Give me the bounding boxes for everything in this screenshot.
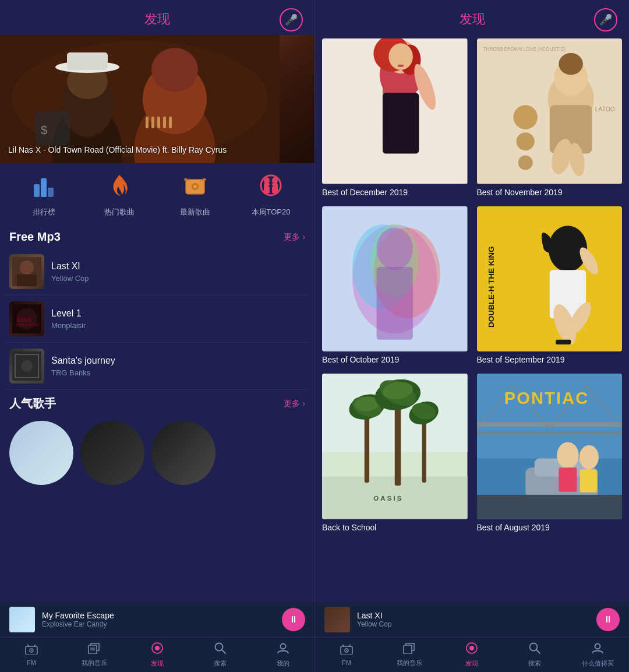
right-nav-item-fm[interactable]: FM (315, 644, 378, 666)
song-artist: TRG Banks (51, 368, 305, 377)
category-new[interactable]: 最新歌曲 (157, 174, 233, 217)
svg-rect-127 (404, 645, 412, 654)
album-cover-nov2019: THRONBEROWN LOVE (ACOUSTIC) LATOO (477, 38, 623, 184)
artist-avatar[interactable] (80, 421, 144, 485)
svg-point-69 (513, 105, 538, 129)
album-card-oct2019[interactable]: Best of October 2019 (322, 206, 468, 365)
right-now-playing: Last XI Yellow Cop ⏸ (315, 602, 629, 637)
discover-icon (151, 642, 164, 657)
categories-section: 排行榜 热门歌曲 最新歌曲 本周TOP20 (0, 163, 314, 224)
pause-icon: ⏸ (603, 614, 613, 625)
album-card-bts[interactable]: OASIS Back to School (322, 374, 468, 532)
nav-mymusic-label: 我的音乐 (82, 659, 107, 667)
popular-artists-section-header: 人气歌手 更多 › (0, 390, 314, 416)
category-hot[interactable]: 热门歌曲 (82, 174, 157, 217)
nav-item-profile[interactable]: 我的 (252, 642, 314, 668)
pause-icon: ⏸ (289, 614, 298, 625)
category-top20[interactable]: 本周TOP20 (233, 174, 309, 217)
song-artist: Monplaisir (51, 321, 305, 330)
song-thumbnail (9, 349, 44, 384)
category-hot-label: 热门歌曲 (104, 207, 135, 217)
right-header: 发现 🎤 (315, 0, 629, 35)
nav-search-label: 搜索 (214, 659, 227, 668)
svg-rect-14 (169, 117, 172, 128)
artist-avatar[interactable] (151, 421, 215, 485)
hero-title: Lil Nas X - Old Town Road (Official Movi… (8, 145, 306, 156)
svg-rect-82 (377, 266, 413, 339)
svg-line-52 (222, 650, 225, 653)
song-artist: Yellow Cop (51, 274, 305, 283)
album-card-sep2019[interactable]: DOUBLE-H THE KING (477, 206, 623, 365)
right-nav-item-mymusic[interactable]: 我的音乐 (378, 642, 441, 667)
right-page-title: 发现 (460, 10, 485, 28)
svg-point-118 (579, 445, 598, 470)
svg-rect-28 (264, 183, 270, 193)
left-mic-button[interactable]: 🎤 (280, 8, 303, 31)
artist-avatar[interactable] (9, 421, 73, 485)
svg-rect-119 (559, 467, 577, 492)
svg-line-131 (536, 650, 540, 653)
left-page-title: 发现 (144, 10, 170, 28)
nav-zhidamai-label: 什么值得买 (582, 659, 614, 668)
nav-item-search[interactable]: 搜索 (189, 642, 252, 668)
nav-discover-label: 发现 (151, 659, 164, 668)
left-bottom-nav: FM 我的音乐 发现 搜索 我的 (0, 637, 314, 672)
song-info: Level 1 Monplaisir (51, 308, 305, 330)
category-charts[interactable]: 排行榜 (6, 174, 82, 217)
svg-rect-33 (17, 275, 37, 286)
svg-point-67 (559, 53, 583, 75)
album-card-dec2019[interactable]: Best of December 2019 (322, 38, 468, 197)
hot-icon (109, 174, 130, 202)
album-card-aug2019[interactable]: PONTIAC Best of August 2019 (477, 374, 623, 532)
svg-rect-12 (157, 117, 160, 128)
svg-rect-89 (556, 339, 571, 344)
search-icon (528, 642, 541, 657)
now-playing-thumbnail-right (324, 607, 350, 632)
popular-artists-more[interactable]: 更多 › (284, 399, 305, 409)
nav-item-discover[interactable]: 发现 (126, 642, 189, 668)
song-thumbnail: SOUSTENSIDNS (9, 301, 44, 336)
charts-icon (31, 174, 56, 202)
right-play-pause-button[interactable]: ⏸ (596, 608, 620, 631)
song-name: Last XI (51, 261, 305, 272)
right-panel: 发现 🎤 (314, 0, 629, 672)
free-mp3-more[interactable]: 更多 › (284, 232, 305, 242)
svg-rect-120 (579, 469, 596, 492)
new-icon (183, 174, 207, 202)
nav-item-mymusic[interactable]: 我的音乐 (63, 642, 126, 667)
search-icon (214, 642, 227, 657)
now-playing-artist-right: Yellow Cop (357, 620, 589, 628)
svg-point-81 (377, 227, 413, 270)
svg-rect-107 (477, 374, 623, 459)
song-info: Last XI Yellow Cop (51, 261, 305, 283)
nav-item-fm[interactable]: FM (0, 644, 63, 666)
song-name: Santa's journey (51, 356, 305, 366)
right-nav-item-zhidamai[interactable]: 什么值得买 (566, 642, 629, 668)
category-top20-label: 本周TOP20 (252, 207, 291, 217)
song-item[interactable]: SOUSTENSIDNS Level 1 Monplaisir (6, 295, 309, 343)
hero-banner[interactable]: $ Lil Nas X - Old Town Road (Official Mo… (0, 35, 314, 163)
right-nav-item-discover[interactable]: 发现 (441, 642, 504, 668)
svg-rect-121 (477, 495, 623, 519)
svg-rect-11 (151, 117, 154, 128)
song-info: Santa's journey TRG Banks (51, 356, 305, 377)
song-item[interactable]: Santa's journey TRG Banks (6, 343, 309, 390)
fm-icon (340, 644, 353, 657)
album-card-nov2019[interactable]: THRONBEROWN LOVE (ACOUSTIC) LATOO Best o… (477, 38, 623, 197)
nav-profile-label: 我的 (277, 659, 289, 668)
left-play-pause-button[interactable]: ⏸ (282, 608, 305, 631)
right-mic-button[interactable]: 🎤 (594, 8, 617, 31)
profile-icon (277, 642, 289, 657)
discover-icon (465, 642, 478, 657)
popular-artists-title: 人气歌手 (9, 396, 56, 411)
album-cover-bts: OASIS (322, 374, 468, 519)
svg-rect-29 (272, 183, 278, 193)
right-bottom-nav: FM 我的音乐 发现 搜索 什么值得买 (315, 637, 629, 672)
right-nav-item-search[interactable]: 搜索 (503, 642, 566, 668)
album-title-nov2019: Best of November 2019 (477, 188, 623, 197)
nav-fm-label: FM (27, 659, 36, 666)
left-header: 发现 🎤 (0, 0, 314, 35)
song-item[interactable]: Last XI Yellow Cop (6, 248, 309, 295)
now-playing-info-right: Last XI Yellow Cop (357, 611, 589, 628)
free-mp3-title: Free Mp3 (9, 230, 61, 244)
